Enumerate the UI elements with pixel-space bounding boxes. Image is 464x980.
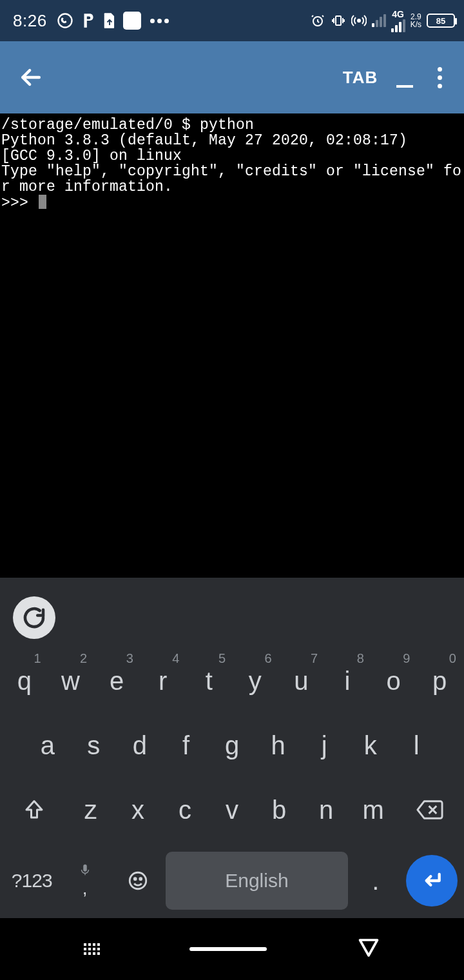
key-z[interactable]: z bbox=[67, 778, 114, 842]
key-q[interactable]: q1 bbox=[1, 649, 48, 713]
p-icon bbox=[81, 12, 96, 29]
mic-key[interactable]: , bbox=[59, 852, 110, 910]
shift-icon bbox=[23, 798, 46, 821]
key-h[interactable]: h bbox=[255, 713, 302, 778]
svg-point-6 bbox=[134, 878, 136, 880]
svg-point-3 bbox=[358, 19, 360, 22]
terminal-prompt: >>> bbox=[1, 195, 37, 211]
keyboard-row-2: asdfghjkl bbox=[1, 713, 463, 778]
key-x[interactable]: x bbox=[114, 778, 161, 842]
shift-key[interactable] bbox=[1, 778, 67, 842]
app-bar: TAB bbox=[0, 41, 464, 113]
key-e[interactable]: e3 bbox=[93, 649, 140, 713]
emoji-icon bbox=[127, 870, 149, 892]
recents-button[interactable] bbox=[84, 943, 100, 955]
network-type-badge: 4G bbox=[391, 10, 405, 32]
status-clock: 8:26 bbox=[13, 11, 47, 31]
terminal-line: [GCC 9.3.0] on linux bbox=[1, 148, 182, 164]
svg-point-0 bbox=[58, 14, 72, 28]
key-n[interactable]: n bbox=[303, 778, 350, 842]
symbols-key[interactable]: ?123 bbox=[6, 852, 57, 910]
key-hint: 8 bbox=[357, 651, 364, 666]
minimize-icon bbox=[396, 85, 413, 88]
key-p[interactable]: p0 bbox=[416, 649, 463, 713]
more-vert-icon bbox=[438, 67, 442, 72]
enter-icon bbox=[419, 868, 445, 894]
key-v[interactable]: v bbox=[208, 778, 255, 842]
g-icon bbox=[21, 604, 48, 631]
key-hint: 7 bbox=[311, 651, 318, 666]
key-hint: 9 bbox=[403, 651, 410, 666]
home-button[interactable] bbox=[189, 947, 267, 951]
key-u[interactable]: u7 bbox=[278, 649, 325, 713]
tab-button[interactable]: TAB bbox=[331, 68, 389, 88]
mic-icon bbox=[78, 863, 92, 877]
key-j[interactable]: j bbox=[301, 713, 347, 778]
file-icon bbox=[102, 12, 117, 29]
terminal-line: Type "help", "copyright", "credits" or "… bbox=[1, 163, 461, 195]
key-w[interactable]: w2 bbox=[48, 649, 94, 713]
minimize-button[interactable] bbox=[389, 62, 420, 93]
key-c[interactable]: c bbox=[161, 778, 208, 842]
more-notifications-icon bbox=[150, 19, 169, 23]
key-hint: 6 bbox=[264, 651, 271, 666]
overflow-button[interactable] bbox=[420, 67, 459, 88]
svg-point-7 bbox=[140, 878, 142, 880]
key-hint: 2 bbox=[80, 651, 87, 666]
key-r[interactable]: r4 bbox=[140, 649, 186, 713]
vibrate-icon bbox=[331, 13, 346, 28]
svg-rect-4 bbox=[83, 865, 87, 872]
key-f[interactable]: f bbox=[163, 713, 209, 778]
enter-key[interactable] bbox=[406, 855, 458, 906]
keyboard-row-1: q1w2e3r4t5y6u7i8o9p0 bbox=[1, 649, 463, 713]
key-t[interactable]: t5 bbox=[186, 649, 232, 713]
key-d[interactable]: d bbox=[117, 713, 163, 778]
back-button[interactable] bbox=[5, 63, 57, 92]
key-hint: 1 bbox=[34, 651, 41, 666]
key-hint: 3 bbox=[126, 651, 133, 666]
navigation-bar bbox=[0, 918, 464, 980]
key-hint: 4 bbox=[172, 651, 179, 666]
battery-icon: 85 bbox=[427, 14, 455, 28]
backspace-icon bbox=[416, 799, 444, 821]
terminal-cursor bbox=[39, 195, 46, 209]
soft-keyboard: q1w2e3r4t5y6u7i8o9p0 asdfghjkl zxcvbnm ?… bbox=[0, 578, 464, 918]
period-key[interactable]: . bbox=[351, 852, 401, 910]
key-b[interactable]: b bbox=[256, 778, 303, 842]
key-a[interactable]: a bbox=[24, 713, 71, 778]
key-hint: 5 bbox=[218, 651, 226, 666]
key-l[interactable]: l bbox=[393, 713, 440, 778]
key-o[interactable]: o9 bbox=[371, 649, 417, 713]
app-square-icon bbox=[123, 12, 141, 30]
key-y[interactable]: y6 bbox=[232, 649, 278, 713]
backspace-key[interactable] bbox=[397, 778, 463, 842]
hotspot-icon bbox=[351, 13, 367, 28]
nav-back-icon bbox=[357, 936, 380, 959]
key-k[interactable]: k bbox=[347, 713, 394, 778]
back-nav-button[interactable] bbox=[357, 936, 380, 962]
comma-hint: , bbox=[82, 878, 88, 899]
key-i[interactable]: i8 bbox=[324, 649, 371, 713]
key-m[interactable]: m bbox=[350, 778, 397, 842]
terminal-view[interactable]: /storage/emulated/0 $ python Python 3.8.… bbox=[0, 113, 464, 584]
keyboard-row-3: zxcvbnm bbox=[1, 778, 463, 842]
speed-badge: 2.9 K/s bbox=[411, 13, 421, 28]
alarm-icon bbox=[310, 13, 325, 28]
arrow-left-icon bbox=[17, 63, 45, 92]
whatsapp-icon bbox=[56, 12, 74, 30]
key-s[interactable]: s bbox=[71, 713, 117, 778]
key-g[interactable]: g bbox=[209, 713, 255, 778]
terminal-line: Python 3.8.3 (default, May 27 2020, 02:0… bbox=[1, 132, 407, 149]
svg-rect-2 bbox=[336, 16, 341, 25]
key-hint: 0 bbox=[449, 651, 456, 666]
grammarly-button[interactable] bbox=[13, 596, 55, 639]
space-key[interactable]: English bbox=[166, 852, 347, 910]
status-bar: 8:26 4G bbox=[0, 0, 464, 41]
svg-point-5 bbox=[130, 872, 146, 889]
signal-1-icon bbox=[372, 14, 386, 27]
terminal-line: /storage/emulated/0 $ python bbox=[1, 117, 254, 133]
emoji-key[interactable] bbox=[113, 852, 163, 910]
